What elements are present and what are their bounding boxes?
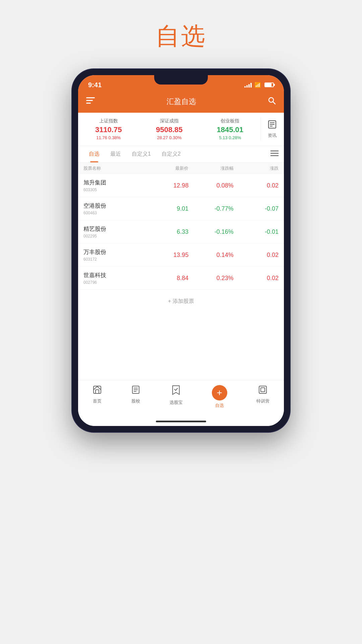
- stock-code-4: 002796: [83, 280, 143, 285]
- index-value-0: 3110.75: [81, 125, 136, 134]
- index-value-2: 1845.01: [202, 125, 258, 134]
- svg-rect-20: [259, 386, 266, 393]
- index-change-0: 11.76 0.38%: [81, 135, 136, 140]
- svg-rect-0: [86, 97, 95, 98]
- svg-line-4: [273, 102, 276, 104]
- stock-name-4: 世嘉科技: [83, 271, 143, 279]
- tab-custom1[interactable]: 自定义1: [126, 146, 156, 162]
- bottom-nav: 首页 股校: [78, 380, 284, 417]
- svg-rect-21: [261, 388, 265, 392]
- index-item-shanghai[interactable]: 上证指数 3110.75 11.76 0.38%: [78, 117, 139, 142]
- stock-change-0: 0.02: [234, 182, 279, 189]
- nav-tixunying-label: 特训营: [256, 398, 269, 404]
- index-name-2: 创业板指: [202, 118, 258, 124]
- index-change-1: 28.27 0.30%: [141, 135, 197, 140]
- svg-rect-13: [96, 390, 99, 393]
- add-stock-button[interactable]: + 添加股票: [78, 290, 284, 313]
- stock-change-pct-0: 0.08%: [188, 182, 233, 189]
- stock-code-2: 002295: [83, 234, 143, 238]
- th-name: 股票名称: [83, 165, 143, 171]
- svg-rect-1: [86, 100, 93, 101]
- stock-name-3: 万丰股份: [83, 248, 143, 256]
- stock-code-1: 600463: [83, 211, 143, 215]
- phone-screen: 9:41 📶: [78, 75, 284, 426]
- nav-xuangu-label: 选股宝: [170, 399, 183, 406]
- stock-name-2: 精艺股份: [83, 225, 143, 233]
- status-icons: 📶: [244, 82, 274, 88]
- table-header: 股票名称 最新价 涨跌幅 涨跌: [78, 163, 284, 174]
- tab-zuijin[interactable]: 最近: [105, 146, 126, 162]
- tixunying-icon: [258, 385, 267, 397]
- nav-add-icon[interactable]: +: [212, 385, 227, 400]
- home-icon: [93, 385, 102, 397]
- nav-tixunying[interactable]: 特训营: [251, 384, 275, 410]
- status-bar: 9:41 📶: [78, 75, 284, 93]
- menu-icon[interactable]: [270, 150, 279, 158]
- battery-icon: [264, 83, 274, 87]
- stock-change-4: 0.02: [234, 275, 279, 282]
- stock-change-pct-3: 0.14%: [188, 252, 233, 259]
- gujiao-icon: [131, 385, 140, 397]
- filter-button[interactable]: [86, 97, 95, 106]
- th-price: 最新价: [143, 165, 188, 171]
- news-box[interactable]: 资讯: [260, 117, 284, 141]
- stock-change-2: -0.01: [234, 228, 279, 235]
- table-row[interactable]: 万丰股份 603172 13.95 0.14% 0.02: [78, 244, 284, 267]
- wifi-icon: 📶: [254, 82, 261, 88]
- stock-name-1: 空港股份: [83, 202, 143, 210]
- empty-area: [78, 313, 284, 380]
- nav-gujiao[interactable]: 股校: [126, 384, 146, 410]
- nav-xuangu[interactable]: 选股宝: [164, 384, 188, 410]
- index-item-cyb[interactable]: 创业板指 1845.01 5.13 0.28%: [200, 117, 260, 142]
- index-name-0: 上证指数: [81, 118, 136, 124]
- index-item-shenzhen[interactable]: 深证成指 9508.85 28.27 0.30%: [139, 117, 199, 142]
- th-change: 涨跌: [234, 165, 279, 171]
- stock-change-3: 0.02: [234, 252, 279, 259]
- table-row[interactable]: 空港股份 600463 9.01 -0.77% -0.07: [78, 197, 284, 220]
- nav-home[interactable]: 首页: [87, 384, 107, 410]
- stock-change-pct-2: -0.16%: [188, 228, 233, 235]
- svg-rect-2: [86, 103, 91, 104]
- table-row[interactable]: 旭升集团 603305 12.98 0.08% 0.02: [78, 174, 284, 197]
- nav-home-label: 首页: [93, 398, 102, 404]
- status-time: 9:41: [88, 81, 102, 89]
- index-section: 上证指数 3110.75 11.76 0.38% 深证成指 9508.85 28…: [78, 113, 284, 146]
- home-indicator: [78, 417, 284, 426]
- home-bar: [156, 421, 206, 422]
- stock-change-pct-1: -0.77%: [188, 205, 233, 212]
- stock-code-3: 603172: [83, 257, 143, 262]
- table-row[interactable]: 世嘉科技 002796 8.84 0.23% 0.02: [78, 267, 284, 290]
- stock-table: 股票名称 最新价 涨跌幅 涨跌 旭升集团 603305 12.98 0.08% …: [78, 163, 284, 380]
- svg-line-14: [94, 386, 97, 390]
- tab-bar: 自选 最近 自定义1 自定义2: [78, 146, 284, 163]
- header-title: 汇盈自选: [167, 97, 196, 107]
- th-change-pct: 涨跌幅: [188, 165, 233, 171]
- index-change-2: 5.13 0.28%: [202, 135, 258, 140]
- stock-price-0: 12.98: [143, 182, 188, 189]
- stock-change-1: -0.07: [234, 205, 279, 212]
- xuangu-icon: [171, 385, 181, 398]
- stock-price-1: 9.01: [143, 205, 188, 212]
- phone-frame: 9:41 📶: [72, 69, 290, 432]
- news-icon: [267, 120, 277, 131]
- index-name-1: 深证成指: [141, 118, 197, 124]
- page-title: 自选: [156, 20, 206, 52]
- search-button[interactable]: [268, 97, 276, 107]
- stock-price-2: 6.33: [143, 228, 188, 235]
- news-label: 资讯: [268, 132, 277, 139]
- index-value-1: 9508.85: [141, 125, 197, 134]
- table-row[interactable]: 精艺股份 002295 6.33 -0.16% -0.01: [78, 220, 284, 244]
- tab-custom2[interactable]: 自定义2: [156, 146, 186, 162]
- stock-change-pct-4: 0.23%: [188, 275, 233, 282]
- app-header: 汇盈自选: [78, 93, 284, 113]
- stock-price-3: 13.95: [143, 252, 188, 259]
- signal-icon: [244, 82, 252, 88]
- stock-price-4: 8.84: [143, 275, 188, 282]
- tab-zixuan[interactable]: 自选: [83, 146, 105, 162]
- stock-name-0: 旭升集团: [83, 179, 143, 186]
- svg-line-15: [97, 386, 101, 390]
- nav-zixuan-label: 自选: [215, 402, 224, 409]
- nav-gujiao-label: 股校: [131, 398, 140, 404]
- nav-zixuan[interactable]: + 自选: [206, 384, 233, 410]
- stock-code-0: 603305: [83, 187, 143, 192]
